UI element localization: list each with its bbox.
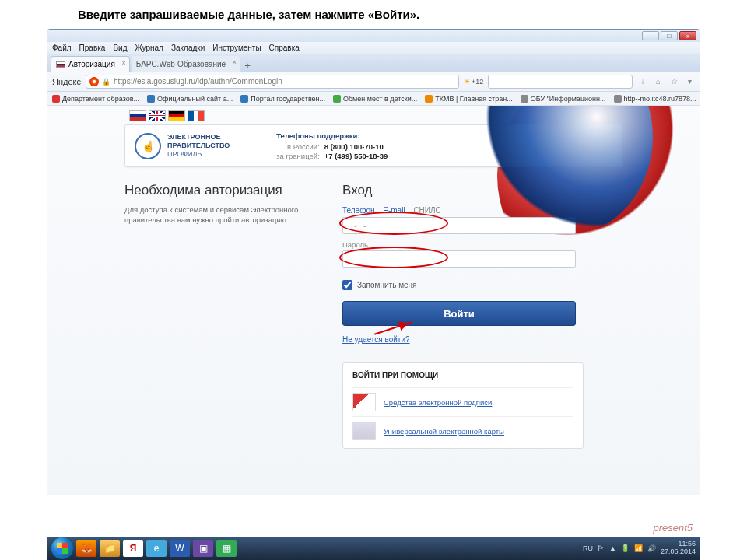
menu-icon[interactable]: ▾ (684, 76, 695, 87)
bookmark-item[interactable]: ОБУ "Информационн... (521, 95, 606, 103)
alt-item-eds[interactable]: Средства электронной подписи (352, 387, 573, 416)
menu-file[interactable]: Файл (52, 44, 72, 53)
tray-clock[interactable]: 11:56 27.06.2014 (661, 541, 696, 556)
support-int-phone: +7 (499) 550-18-39 (324, 152, 388, 160)
browser-menubar: Файл Правка Вид Журнал Закладки Инструме… (47, 42, 700, 54)
tab-title: БАРС.Web-Образование (136, 60, 226, 68)
password-input[interactable] (342, 250, 576, 268)
login-form: Вход Регистрация Телефон E-mail СНИЛС Па… (342, 183, 622, 449)
site-icon (89, 77, 99, 86)
taskbar-app-icon[interactable]: ▣ (193, 540, 213, 557)
weather-widget[interactable]: ☀+12 (464, 78, 483, 86)
bookmark-icon[interactable]: ☆ (668, 76, 679, 87)
tray-up-icon[interactable]: ▲ (609, 544, 616, 552)
login-button[interactable]: Войти (342, 301, 576, 326)
flag-uk-icon[interactable] (149, 110, 166, 121)
support-ru-label: в России: (276, 142, 319, 151)
watermark: present5 (653, 522, 693, 534)
search-input[interactable] (488, 75, 633, 89)
tab-inactive[interactable]: БАРС.Web-Образование × (132, 56, 240, 72)
home-icon[interactable]: ⌂ (653, 76, 664, 87)
menu-history[interactable]: Журнал (135, 44, 163, 53)
window-minimize-button[interactable]: – (642, 31, 659, 40)
header-panel: ☝ ЭЛЕКТРОННОЕ ПРАВИТЕЛЬСТВО ПРОФИЛЬ Теле… (124, 124, 622, 167)
usb-icon (352, 393, 376, 411)
password-label: Пароль (342, 240, 622, 249)
lock-icon: 🔒 (102, 78, 110, 86)
close-icon[interactable]: × (122, 59, 126, 67)
bookmark-item[interactable]: Обмен мест в детски... (333, 95, 417, 103)
remember-checkbox[interactable]: Запомнить меня (342, 280, 622, 290)
address-bar: Яндекс 🔒 https://esia.gosuslugi.ru/idp/a… (47, 72, 700, 92)
favicon (52, 95, 60, 103)
register-link[interactable]: Регистрация (577, 187, 622, 196)
login-heading: Вход (342, 183, 577, 198)
cant-login-link[interactable]: Не удается войти? (342, 335, 410, 344)
tab-email[interactable]: E-mail (383, 206, 405, 215)
bookmark-item[interactable]: Департамент образов... (52, 95, 139, 103)
remember-input[interactable] (342, 280, 352, 290)
favicon (521, 95, 528, 103)
login-tabs: Телефон E-mail СНИЛС (342, 206, 622, 215)
snils-input[interactable] (342, 217, 576, 234)
bookmark-item[interactable]: ТКМВ | Главная стран... (425, 95, 512, 103)
support-header: Телефоны поддержки: (276, 131, 388, 140)
toolbar-icons: ↓ ⌂ ☆ ▾ (637, 76, 695, 87)
tab-phone[interactable]: Телефон (342, 206, 374, 215)
instruction-text: Введите запрашиваемые данные, затем нажм… (0, 0, 747, 29)
flag-fr-icon[interactable] (188, 110, 205, 121)
menu-help[interactable]: Справка (269, 44, 300, 53)
auth-heading: Необходима авторизация (124, 183, 303, 198)
menu-edit[interactable]: Правка (79, 44, 106, 53)
ru-flag-icon (56, 61, 65, 68)
sun-icon: ☀ (464, 78, 470, 86)
taskbar-app-icon[interactable]: ▦ (216, 540, 237, 557)
bookmark-item[interactable]: Портал государствен... (240, 95, 325, 103)
close-icon[interactable]: × (233, 58, 237, 66)
alt-eds-link[interactable]: Средства электронной подписи (384, 398, 492, 407)
tray-network-icon[interactable]: 📶 (634, 544, 643, 552)
flag-de-icon[interactable] (168, 110, 185, 121)
taskbar-ie-icon[interactable]: e (146, 540, 167, 557)
logo-block: ☝ ЭЛЕКТРОННОЕ ПРАВИТЕЛЬСТВО ПРОФИЛЬ (135, 133, 230, 159)
remember-label: Запомнить меня (357, 281, 417, 289)
window-close-button[interactable]: x (679, 31, 696, 40)
yandex-label: Яндекс (52, 77, 81, 86)
favicon (147, 95, 155, 103)
tray-battery-icon[interactable]: 🔋 (621, 544, 630, 552)
tray-lang[interactable]: RU (583, 544, 593, 552)
taskbar-word-icon[interactable]: W (170, 540, 190, 557)
window-maximize-button[interactable]: □ (661, 31, 678, 40)
tray-volume-icon[interactable]: 🔊 (647, 544, 656, 552)
auth-info: Необходима авторизация Для доступа к сис… (124, 183, 303, 449)
tab-bar: Авторизация × БАРС.Web-Образование × + (47, 54, 700, 72)
tab-active[interactable]: Авторизация × (51, 56, 130, 72)
tray-flag-icon[interactable]: 🏳 (598, 544, 605, 552)
url-input[interactable]: 🔒 https://esia.gosuslugi.ru/idp/authn/Co… (86, 75, 459, 89)
bookmark-item[interactable]: Официальный сайт а... (147, 95, 233, 103)
taskbar-firefox-icon[interactable]: 🦊 (76, 540, 96, 557)
alt-uec-link[interactable]: Универсальной электронной карты (384, 427, 504, 436)
menu-tools[interactable]: Инструменты (212, 44, 261, 53)
support-phones: Телефоны поддержки: в России: 8 (800) 10… (276, 131, 388, 160)
browser-window: – □ x Файл Правка Вид Журнал Закладки Ин… (47, 29, 700, 495)
auth-text: Для доступа к системам и сервисам Электр… (124, 205, 303, 226)
new-tab-button[interactable]: + (241, 60, 254, 72)
language-bar (129, 110, 622, 121)
menu-view[interactable]: Вид (113, 44, 127, 53)
taskbar-yandex-icon[interactable]: Я (123, 540, 143, 557)
tab-snils[interactable]: СНИЛС (413, 206, 440, 215)
favicon (425, 95, 433, 103)
url-text: https://esia.gosuslugi.ru/idp/authn/Comm… (114, 77, 282, 86)
alt-item-uec[interactable]: Универсальной электронной карты (352, 416, 573, 445)
support-ru-phone: 8 (800) 100-70-10 (324, 142, 388, 151)
flag-ru-icon[interactable] (129, 110, 146, 121)
menu-bookmarks[interactable]: Закладки (171, 44, 205, 53)
page-content: ☝ ЭЛЕКТРОННОЕ ПРАВИТЕЛЬСТВО ПРОФИЛЬ Теле… (47, 106, 700, 495)
support-int-label: за границей: (276, 152, 319, 160)
bookmark-item[interactable]: http--mo.itc48.ru7878... (614, 95, 696, 103)
taskbar-explorer-icon[interactable]: 📁 (100, 540, 120, 557)
favicon (614, 95, 622, 103)
start-button[interactable] (51, 537, 73, 559)
download-icon[interactable]: ↓ (637, 76, 648, 87)
